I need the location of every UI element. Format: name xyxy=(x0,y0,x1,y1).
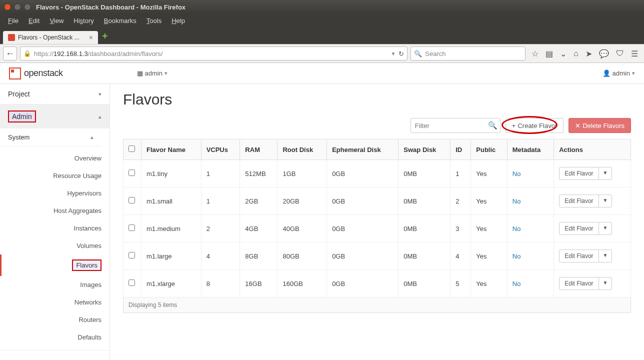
cell-actions: Edit Flavor▼ xyxy=(554,215,631,242)
cell-flavor-name: m1.small xyxy=(142,188,202,215)
browser-tab-active[interactable]: Flavors - OpenStack ... × xyxy=(3,31,98,44)
reload-button[interactable]: ↻ xyxy=(398,50,404,58)
edit-flavor-button[interactable]: Edit Flavor▼ xyxy=(559,222,612,235)
menu-help[interactable]: Help xyxy=(168,16,189,26)
browser-search-bar[interactable]: 🔍 Search xyxy=(410,46,526,60)
sidebar-item-volumes[interactable]: Volumes xyxy=(0,237,110,254)
url-path: /dashboard/admin/flavors/ xyxy=(88,50,163,58)
sidebar-item-host-aggregates[interactable]: Host Aggregates xyxy=(0,202,110,220)
col-id[interactable]: ID xyxy=(450,140,471,160)
url-dropdown-icon[interactable]: ▼ xyxy=(390,51,396,56)
chat-icon[interactable]: 💬 xyxy=(599,49,609,58)
cell-metadata: No xyxy=(507,242,554,270)
favicon-icon xyxy=(8,34,15,41)
col-ram[interactable]: RAM xyxy=(240,140,278,160)
col-public[interactable]: Public xyxy=(471,140,507,160)
col-root-disk[interactable]: Root Disk xyxy=(278,140,327,160)
project-selector[interactable]: ▦ admin ▾ xyxy=(133,68,172,79)
browser-menu-bar: File Edit View History Bookmarks Tools H… xyxy=(0,14,644,27)
cell-ram: 2GB xyxy=(240,188,278,215)
sidebar-subgroup-system[interactable]: System ▴ xyxy=(0,128,102,146)
sidebar-item-flavors[interactable]: Flavors xyxy=(0,254,110,276)
menu-edit[interactable]: Edit xyxy=(24,16,44,26)
col-flavor-name[interactable]: Flavor Name xyxy=(142,140,202,160)
sidebar-group-admin[interactable]: Admin ▴ xyxy=(0,104,110,128)
url-bar[interactable]: 🔒 https://192.168.1.3/dashboard/admin/fl… xyxy=(20,46,408,60)
edit-flavor-button[interactable]: Edit Flavor▼ xyxy=(559,194,612,208)
sidebar-item-overview[interactable]: Overview xyxy=(0,150,110,167)
cell-vcpus: 8 xyxy=(201,270,240,298)
back-button[interactable]: ← xyxy=(3,46,17,60)
chevron-down-icon[interactable]: ▼ xyxy=(598,278,612,290)
cell-flavor-name: m1.large xyxy=(142,242,202,270)
row-checkbox[interactable] xyxy=(128,252,135,258)
edit-flavor-button[interactable]: Edit Flavor▼ xyxy=(559,167,612,180)
sidebar-item-routers[interactable]: Routers xyxy=(0,311,110,328)
row-checkbox[interactable] xyxy=(128,224,135,231)
col-metadata[interactable]: Metadata xyxy=(507,140,554,160)
sidebar-item-networks[interactable]: Networks xyxy=(0,294,110,311)
chevron-up-icon: ▴ xyxy=(90,134,94,140)
metadata-link[interactable]: No xyxy=(512,170,521,178)
bookmarks-list-icon[interactable]: ▤ xyxy=(546,49,553,58)
menu-tools[interactable]: Tools xyxy=(142,16,166,26)
cell-id: 1 xyxy=(450,160,471,188)
sidebar-item-instances[interactable]: Instances xyxy=(0,220,110,237)
chevron-down-icon[interactable]: ▼ xyxy=(598,250,612,262)
openstack-logo[interactable]: openstack xyxy=(9,68,63,80)
row-checkbox[interactable] xyxy=(128,170,135,176)
flavors-table: Flavor Name VCPUs RAM Root Disk Ephemera… xyxy=(123,139,631,298)
user-selector[interactable]: 👤 admin ▾ xyxy=(602,70,635,77)
col-swap-disk[interactable]: Swap Disk xyxy=(398,140,450,160)
sidebar-group-label: Project xyxy=(8,90,30,98)
menu-view[interactable]: View xyxy=(46,16,68,26)
col-vcpus[interactable]: VCPUs xyxy=(201,140,240,160)
chevron-up-icon: ▴ xyxy=(98,114,102,120)
metadata-link[interactable]: No xyxy=(512,225,521,232)
sidebar-group-project[interactable]: Project ▾ xyxy=(0,84,110,104)
sidebar-item-defaults[interactable]: Defaults xyxy=(0,328,110,346)
new-tab-button[interactable]: + xyxy=(98,28,112,44)
col-ephemeral-disk[interactable]: Ephemeral Disk xyxy=(327,140,398,160)
cell-id: 5 xyxy=(450,270,471,298)
menu-bookmarks[interactable]: Bookmarks xyxy=(100,16,140,26)
sidebar-item-images[interactable]: Images xyxy=(0,276,110,294)
metadata-link[interactable]: No xyxy=(512,252,521,260)
edit-flavor-button[interactable]: Edit Flavor▼ xyxy=(559,277,612,290)
close-icon: ✕ xyxy=(575,122,580,130)
sidebar-item-hypervisors[interactable]: Hypervisors xyxy=(0,184,110,202)
cell-id: 3 xyxy=(450,215,471,242)
home-icon[interactable]: ⌂ xyxy=(574,49,578,58)
sidebar-subgroup-label: System xyxy=(8,134,30,141)
chevron-down-icon[interactable]: ▼ xyxy=(598,222,612,234)
filter-box: 🔍 xyxy=(410,118,500,133)
menu-history[interactable]: History xyxy=(70,16,98,26)
hamburger-menu-icon[interactable]: ☰ xyxy=(631,49,638,58)
send-icon[interactable]: ➤ xyxy=(586,49,592,58)
metadata-link[interactable]: No xyxy=(512,280,521,288)
sidebar: Project ▾ Admin ▴ System ▴ Overview Reso… xyxy=(0,84,110,360)
tab-close-button[interactable]: × xyxy=(89,34,93,41)
row-checkbox[interactable] xyxy=(128,280,135,286)
page-title: Flavors xyxy=(123,91,631,108)
pocket-icon[interactable]: ⌄ xyxy=(560,49,566,58)
chevron-down-icon[interactable]: ▼ xyxy=(598,168,612,180)
edit-flavor-button[interactable]: Edit Flavor▼ xyxy=(559,250,612,262)
chevron-down-icon[interactable]: ▼ xyxy=(598,195,612,207)
select-all-checkbox[interactable] xyxy=(128,146,135,152)
window-maximize-button[interactable] xyxy=(24,4,31,10)
window-minimize-button[interactable] xyxy=(14,4,21,10)
cell-ephemeral-disk: 0GB xyxy=(327,242,398,270)
create-flavor-button[interactable]: + Create Flavor xyxy=(506,118,564,133)
filter-input[interactable] xyxy=(410,118,500,133)
project-icon: ▦ xyxy=(137,70,143,77)
bookmark-star-icon[interactable]: ☆ xyxy=(532,49,538,58)
metadata-link[interactable]: No xyxy=(512,198,521,205)
chevron-down-icon: ▾ xyxy=(98,91,102,98)
shield-icon[interactable]: 🛡 xyxy=(616,49,624,58)
menu-file[interactable]: File xyxy=(4,16,22,26)
delete-flavors-button[interactable]: ✕ Delete Flavors xyxy=(568,118,631,133)
sidebar-item-resource-usage[interactable]: Resource Usage xyxy=(0,167,110,184)
row-checkbox[interactable] xyxy=(128,197,135,204)
window-close-button[interactable] xyxy=(4,4,11,10)
